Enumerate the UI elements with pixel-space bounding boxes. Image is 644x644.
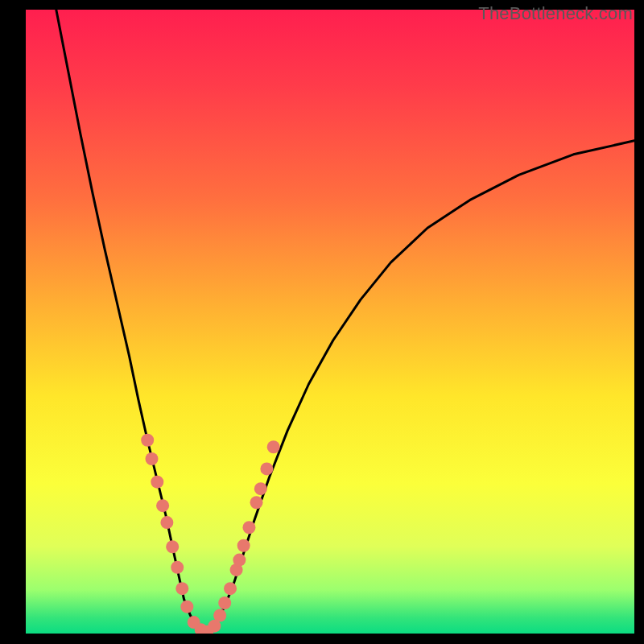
scatter-point xyxy=(141,434,154,447)
scatter-point xyxy=(166,540,179,553)
scatter-point xyxy=(250,496,263,509)
scatter-point xyxy=(156,499,169,512)
chart-frame xyxy=(26,10,634,634)
scatter-point xyxy=(224,582,237,595)
watermark-text: TheBottleneck.com xyxy=(478,3,633,24)
gradient-background xyxy=(26,10,634,634)
scatter-point xyxy=(254,482,267,495)
scatter-point xyxy=(160,516,173,529)
scatter-point xyxy=(171,561,184,574)
scatter-point xyxy=(233,554,246,567)
scatter-point xyxy=(145,452,158,465)
scatter-point xyxy=(242,521,255,534)
scatter-point xyxy=(267,440,280,453)
bottleneck-chart xyxy=(26,10,634,634)
scatter-point xyxy=(151,476,163,489)
scatter-point xyxy=(260,462,273,475)
scatter-point xyxy=(175,582,188,595)
scatter-point xyxy=(218,597,231,609)
scatter-point xyxy=(237,539,250,552)
scatter-point xyxy=(180,601,193,613)
scatter-point xyxy=(213,609,226,622)
